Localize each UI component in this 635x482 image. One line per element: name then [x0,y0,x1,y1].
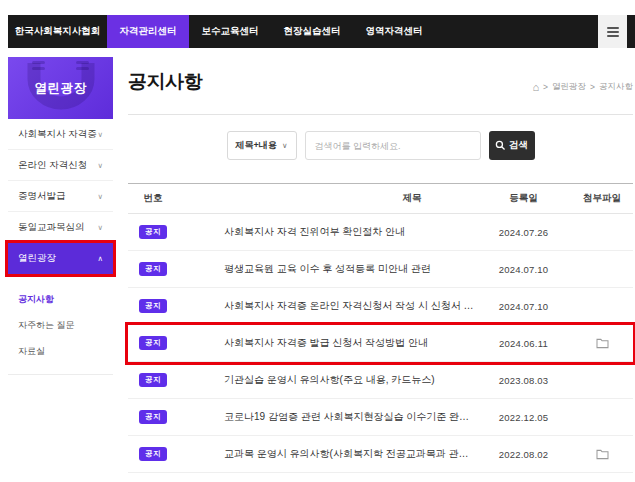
notice-title[interactable]: 사회복지사 자격증 발급 신청서 작성방법 안내 [178,336,476,350]
nav-item-field-practice-center[interactable]: 현장실습센터 [271,15,353,48]
notice-badge: 공지 [139,410,167,425]
hamburger-menu-button[interactable] [598,15,627,48]
sidebar-subitem-notices[interactable]: 공지사항 [18,286,103,312]
top-navigation: 한국사회복지사협회 자격관리센터 보수교육센터 현장실습센터 영역자격센터 [8,15,635,48]
search-icon [495,140,506,151]
nav-item-continuing-education-center[interactable]: 보수교육센터 [189,15,271,48]
home-icon[interactable]: ⌂ [532,82,539,93]
breadcrumb-separator: > [590,82,595,92]
nav-item-qualification-center[interactable]: 자격관리센터 [107,15,189,48]
table-row[interactable]: 공지 평생교육원 교육 이수 후 성적등록 미안내 관련 2024.07.10 [128,251,633,288]
chevron-down-icon: ∨ [98,223,104,232]
chevron-down-icon: ∨ [98,192,104,201]
search-button[interactable]: 검색 [489,131,535,160]
sidebar-subitem-faq[interactable]: 자주하는 질문 [18,312,103,338]
search-category-value: 제목+내용 [236,139,277,152]
hamburger-icon [607,25,619,39]
notice-board-page: 공지사항 ⌂ > 열린광장 > 공지사항 제목+내용 ∨ 검색 번호 제목 등록… [128,57,633,473]
sidebar-item-label: 온라인 자격신청 [18,159,87,172]
notice-badge: 공지 [139,373,167,388]
search-category-select[interactable]: 제목+내용 ∨ [227,131,297,160]
notice-title[interactable]: 기관실습 운영시 유의사항(주요 내용, 카드뉴스) [178,373,476,387]
column-header-number: 번호 [128,192,178,205]
sidebar-item-social-worker-license[interactable]: 사회복지사 자격증 ∨ [8,119,113,150]
attachment-file-icon[interactable] [596,449,609,460]
notice-date: 2022.08.02 [476,449,571,460]
notice-badge: 공지 [139,225,167,240]
column-header-attachment: 첨부파일 [571,192,633,205]
chevron-down-icon: ∨ [282,141,288,150]
notice-badge: 공지 [139,447,167,462]
sidebar: 열린광장 사회복지사 자격증 ∨ 온라인 자격신청 ∨ 증명서발급 ∨ 동일교과… [8,57,113,375]
search-input[interactable] [305,131,481,160]
attachment-file-icon[interactable] [596,338,609,349]
sidebar-subitem-archive[interactable]: 자료실 [18,338,103,364]
sidebar-item-label: 사회복지사 자격증 [18,128,97,141]
nav-item-domain-qualification-center[interactable]: 영역자격센터 [353,15,435,48]
breadcrumb: ⌂ > 열린광장 > 공지사항 [532,81,633,93]
notice-date: 2024.07.10 [476,301,571,312]
sidebar-item-label: 열린광장 [18,252,56,265]
notice-title[interactable]: 사회복지사 자격증 온라인 자격신청서 작성 시 신청서 제출 불가 및 안내문… [178,299,476,313]
table-row[interactable]: 공지 기관실습 운영시 유의사항(주요 내용, 카드뉴스) 2023.08.03 [128,362,633,399]
sidebar-submenu: 공지사항 자주하는 질문 자료실 [8,274,113,375]
notice-badge: 공지 [139,262,167,277]
table-row[interactable]: 공지 사회복지사 자격증 온라인 자격신청서 작성 시 신청서 제출 불가 및 … [128,288,633,325]
table-header: 번호 제목 등록일 첨부파일 [128,184,633,214]
sidebar-section-title: 열린광장 [35,80,87,97]
column-header-date: 등록일 [476,192,571,205]
sidebar-item-certificate-issuance[interactable]: 증명서발급 ∨ [8,181,113,212]
notice-date: 2022.12.05 [476,412,571,423]
notice-date: 2024.07.10 [476,264,571,275]
notice-badge: 공지 [139,336,167,351]
table-row-highlighted[interactable]: 공지 사회복지사 자격증 발급 신청서 작성방법 안내 2024.06.11 [128,325,633,362]
notice-date: 2023.08.03 [476,375,571,386]
breadcrumb-separator: > [543,82,548,92]
table-row[interactable]: 공지 교과목 운영시 유의사항(사회복지학 전공교과목과 관련 교과목 운영 관… [128,436,633,473]
sidebar-section-header: 열린광장 [8,57,113,119]
notice-title[interactable]: 평생교육원 교육 이수 후 성적등록 미안내 관련 [178,262,476,276]
notice-title[interactable]: 사회복지사 자격 진위여부 확인절차 안내 [178,225,476,239]
attachment-cell [571,449,633,460]
notice-title[interactable]: 교과목 운영시 유의사항(사회복지학 전공교과목과 관련 교과목 운영 관련 안… [178,447,476,461]
table-row[interactable]: 공지 사회복지사 자격 진위여부 확인절차 안내 2024.07.26 [128,214,633,251]
chevron-down-icon: ∨ [98,130,104,139]
sidebar-item-same-subject-review[interactable]: 동일교과목심의 ∨ [8,212,113,243]
table-row[interactable]: 공지 코로나19 감염증 관련 사회복지현장실습 이수기준 완화 종료 안내 2… [128,399,633,436]
column-header-title: 제목 [178,192,476,205]
sidebar-item-label: 증명서발급 [18,190,66,203]
search-bar: 제목+내용 ∨ 검색 [128,131,633,160]
notice-date: 2024.07.26 [476,227,571,238]
search-button-label: 검색 [509,139,528,152]
breadcrumb-item[interactable]: 열린광장 [552,81,586,93]
notice-badge: 공지 [139,299,167,314]
sidebar-item-open-plaza[interactable]: 열린광장 ∧ [8,243,113,274]
sidebar-item-label: 동일교과목심의 [18,221,85,234]
chevron-up-icon: ∧ [98,254,104,263]
sidebar-item-online-application[interactable]: 온라인 자격신청 ∨ [8,150,113,181]
notice-table: 번호 제목 등록일 첨부파일 공지 사회복지사 자격 진위여부 확인절차 안내 … [128,183,633,473]
notice-title[interactable]: 코로나19 감염증 관련 사회복지현장실습 이수기준 완화 종료 안내 [178,410,476,424]
notice-date: 2024.06.11 [476,338,571,349]
page-header: 공지사항 ⌂ > 열린광장 > 공지사항 [128,57,633,115]
nav-item-association[interactable]: 한국사회복지사협회 [8,15,107,48]
attachment-cell [571,338,633,349]
breadcrumb-item-current: 공지사항 [599,81,633,93]
chevron-down-icon: ∨ [98,161,104,170]
